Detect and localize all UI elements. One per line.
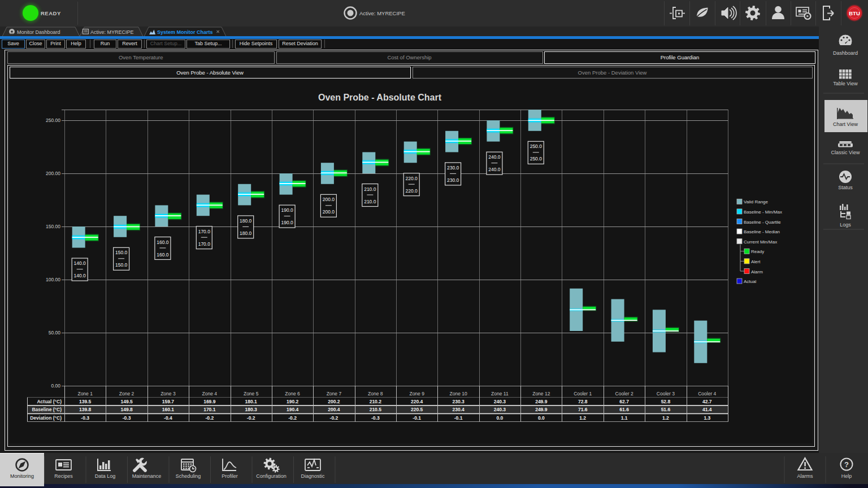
- svg-text:1.2: 1.2: [579, 415, 586, 421]
- svg-text:Baseline - Median: Baseline - Median: [744, 229, 780, 234]
- svg-text:160.0: 160.0: [157, 252, 169, 258]
- svg-text:Zone 8: Zone 8: [368, 391, 383, 396]
- svg-text:Zone 11: Zone 11: [491, 391, 509, 396]
- svg-text:139.8: 139.8: [79, 407, 92, 412]
- svg-text:200.0: 200.0: [323, 209, 335, 215]
- svg-text:Status: Status: [838, 185, 853, 190]
- svg-text:Zone 1: Zone 1: [77, 391, 93, 396]
- svg-text:Baseline - Quartile: Baseline - Quartile: [744, 220, 781, 225]
- svg-text:180.0: 180.0: [240, 230, 252, 236]
- svg-text:Dashboard: Dashboard: [833, 50, 858, 56]
- svg-text:52.8: 52.8: [661, 399, 671, 404]
- svg-text:140.0: 140.0: [74, 260, 86, 266]
- svg-text:230.0: 230.0: [447, 165, 459, 171]
- svg-text:190.0: 190.0: [281, 207, 293, 213]
- svg-text:159.7: 159.7: [162, 399, 175, 404]
- svg-text:200.4: 200.4: [328, 407, 340, 412]
- svg-text:249.9: 249.9: [535, 399, 548, 404]
- svg-text:180.0: 180.0: [240, 218, 252, 224]
- svg-text:-0.2: -0.2: [247, 415, 255, 421]
- svg-text:Table View: Table View: [833, 81, 858, 86]
- svg-text:Classic View: Classic View: [831, 150, 860, 155]
- svg-text:169.9: 169.9: [203, 399, 216, 404]
- svg-text:160.0: 160.0: [157, 239, 169, 245]
- svg-text:Data Log: Data Log: [95, 473, 116, 479]
- svg-text:-0.3: -0.3: [123, 415, 131, 421]
- svg-text:Monitoring: Monitoring: [10, 473, 34, 479]
- svg-text:Cooler 3: Cooler 3: [657, 391, 675, 396]
- svg-text:149.8: 149.8: [120, 407, 133, 412]
- svg-text:210.5: 210.5: [370, 407, 382, 412]
- svg-text:139.5: 139.5: [79, 399, 92, 404]
- svg-text:200.2: 200.2: [328, 399, 340, 404]
- svg-text:190.0: 190.0: [281, 220, 293, 225]
- svg-text:Help: Help: [841, 473, 852, 479]
- svg-text:Zone 3: Zone 3: [160, 391, 176, 396]
- svg-text:61.6: 61.6: [619, 407, 629, 412]
- svg-text:Cooler 2: Cooler 2: [615, 391, 633, 396]
- svg-text:1.1: 1.1: [621, 415, 628, 421]
- svg-text:230.0: 230.0: [447, 177, 459, 183]
- svg-text:Actual: Actual: [744, 279, 756, 284]
- svg-text:Baseline - Min/Max: Baseline - Min/Max: [744, 210, 782, 215]
- svg-text:170.0: 170.0: [198, 229, 211, 234]
- svg-text:Zone 4: Zone 4: [202, 391, 218, 396]
- svg-text:140.0: 140.0: [74, 273, 86, 278]
- svg-text:62.7: 62.7: [619, 399, 629, 404]
- svg-text:170.1: 170.1: [203, 407, 216, 412]
- svg-text:-0.3: -0.3: [81, 415, 89, 421]
- svg-text:Profiler: Profiler: [222, 473, 238, 479]
- svg-text:149.5: 149.5: [120, 399, 133, 404]
- svg-text:Deviation (°C): Deviation (°C): [30, 415, 62, 421]
- svg-text:210.0: 210.0: [364, 186, 376, 192]
- svg-text:230.4: 230.4: [452, 407, 465, 412]
- svg-text:Actual (°C): Actual (°C): [37, 399, 62, 404]
- svg-text:71.6: 71.6: [578, 407, 588, 412]
- svg-text:240.0: 240.0: [488, 154, 501, 160]
- svg-text:Cooler 4: Cooler 4: [698, 391, 716, 396]
- svg-text:220.4: 220.4: [411, 399, 423, 404]
- svg-text:230.3: 230.3: [452, 399, 465, 404]
- svg-text:Alert: Alert: [751, 259, 761, 264]
- svg-text:Zone 5: Zone 5: [244, 391, 259, 396]
- svg-text:250.0: 250.0: [530, 156, 542, 162]
- svg-text:180.3: 180.3: [245, 407, 258, 412]
- svg-text:?: ?: [844, 460, 849, 469]
- svg-text:-0.2: -0.2: [288, 415, 297, 421]
- svg-text:160.1: 160.1: [162, 407, 175, 412]
- svg-text:190.2: 190.2: [287, 399, 299, 404]
- svg-text:42.7: 42.7: [702, 399, 712, 404]
- svg-text:249.9: 249.9: [535, 407, 548, 412]
- svg-text:220.5: 220.5: [411, 407, 423, 412]
- svg-text:Diagnostic: Diagnostic: [301, 473, 325, 479]
- svg-text:100.00: 100.00: [46, 277, 60, 282]
- svg-text:Current Min/Max: Current Min/Max: [744, 239, 777, 245]
- svg-text:51.6: 51.6: [661, 407, 671, 412]
- svg-text:220.0: 220.0: [406, 176, 418, 181]
- svg-text:-0.4: -0.4: [164, 415, 172, 421]
- svg-text:Maintenance: Maintenance: [132, 473, 162, 479]
- svg-text:250.0: 250.0: [530, 143, 542, 149]
- svg-text:150.0: 150.0: [115, 262, 128, 268]
- svg-text:180.1: 180.1: [245, 399, 258, 404]
- svg-text:-0.1: -0.1: [454, 415, 463, 421]
- svg-text:-0.1: -0.1: [413, 415, 421, 421]
- svg-text:Logs: Logs: [840, 222, 851, 228]
- svg-text:Zone 2: Zone 2: [119, 391, 134, 396]
- svg-text:250.00: 250.00: [46, 117, 60, 123]
- svg-text:Baseline (°C): Baseline (°C): [32, 407, 62, 412]
- svg-text:Oven Probe - Absolute Chart: Oven Probe - Absolute Chart: [318, 93, 442, 102]
- svg-text:50.00: 50.00: [49, 330, 61, 336]
- svg-text:Zone 6: Zone 6: [285, 391, 300, 396]
- svg-text:-0.2: -0.2: [330, 415, 338, 421]
- svg-text:Zone 10: Zone 10: [449, 391, 467, 396]
- svg-text:Zone 7: Zone 7: [327, 391, 342, 396]
- svg-text:200.0: 200.0: [323, 197, 335, 202]
- svg-text:220.0: 220.0: [406, 188, 418, 194]
- svg-text:210.0: 210.0: [364, 199, 376, 204]
- svg-text:150.0: 150.0: [115, 250, 128, 255]
- svg-text:Recipes: Recipes: [54, 473, 73, 479]
- svg-text:41.4: 41.4: [702, 407, 712, 412]
- svg-text:Ready: Ready: [751, 249, 764, 254]
- svg-text:200.00: 200.00: [46, 171, 60, 176]
